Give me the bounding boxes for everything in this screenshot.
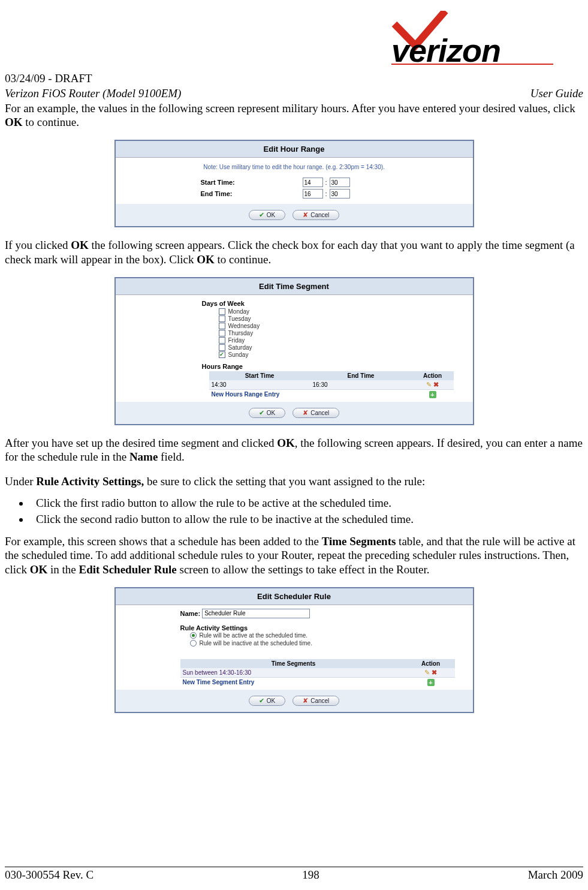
start-min-input[interactable] bbox=[330, 178, 350, 187]
header-doc-type: User Guide bbox=[530, 87, 583, 100]
cancel-button[interactable]: ✘Cancel bbox=[293, 408, 339, 418]
para-5: For example, this screen shows that a sc… bbox=[5, 534, 583, 576]
checkbox-icon bbox=[219, 330, 225, 336]
radio-active[interactable]: Rule will be active at the scheduled tim… bbox=[125, 632, 353, 639]
end-hour-input[interactable] bbox=[303, 189, 323, 199]
dialog-note: Note: Use military time to edit the hour… bbox=[123, 161, 466, 178]
start-hour-input[interactable] bbox=[303, 178, 323, 187]
col-action: Action bbox=[412, 371, 454, 380]
day-checkbox-row[interactable]: Saturday bbox=[219, 344, 463, 351]
ok-button[interactable]: ✔OK bbox=[249, 696, 285, 706]
day-checkbox-row[interactable]: Monday bbox=[219, 308, 463, 315]
svg-text:verizon: verizon bbox=[391, 32, 500, 65]
col-time-segments: Time Segments bbox=[180, 659, 407, 668]
delete-icon[interactable]: ✖ bbox=[432, 669, 437, 676]
day-label: Tuesday bbox=[228, 315, 251, 322]
days-heading: Days of Week bbox=[125, 300, 463, 307]
svg-rect-1 bbox=[391, 64, 553, 65]
add-icon[interactable]: + bbox=[429, 391, 436, 398]
start-time-label: Start Time: bbox=[201, 179, 303, 186]
time-segment-row: Sun between 14:30-16:30 ✎ ✖ bbox=[180, 668, 455, 677]
ok-button[interactable]: ✔OK bbox=[249, 408, 285, 418]
rule-activity-heading: Rule Activity Settings bbox=[125, 624, 463, 632]
name-input[interactable] bbox=[202, 609, 310, 618]
checkbox-icon bbox=[219, 323, 225, 329]
day-label: Thursday bbox=[228, 330, 254, 336]
dialog-title: Edit Time Segment bbox=[116, 278, 473, 295]
dialog-title: Edit Hour Range bbox=[116, 141, 473, 158]
new-time-segment-row[interactable]: New Time Segment Entry + bbox=[180, 677, 455, 687]
radio-icon bbox=[190, 640, 197, 647]
checkbox-icon bbox=[219, 344, 225, 351]
screenshot-edit-time-segment: Edit Time Segment Days of Week MondayTue… bbox=[114, 277, 474, 425]
day-label: Friday bbox=[228, 337, 245, 344]
new-hours-entry-row[interactable]: New Hours Range Entry + bbox=[209, 389, 454, 399]
day-label: Monday bbox=[228, 308, 250, 315]
day-checkbox-row[interactable]: ✔Sunday bbox=[219, 351, 463, 358]
col-start-time: Start Time bbox=[209, 371, 310, 380]
list-item: Click the second radio button to allow t… bbox=[30, 513, 583, 526]
cancel-button[interactable]: ✘Cancel bbox=[293, 210, 339, 220]
check-icon: ✔ bbox=[259, 697, 264, 704]
add-icon[interactable]: + bbox=[427, 679, 435, 686]
checkbox-icon bbox=[219, 308, 225, 315]
radio-inactive[interactable]: Rule will be inactive at the scheduled t… bbox=[125, 639, 353, 647]
edit-icon[interactable]: ✎ bbox=[426, 381, 432, 388]
col-end-time: End Time bbox=[310, 371, 412, 380]
screenshot-edit-hour-range: Edit Hour Range Note: Use military time … bbox=[114, 140, 474, 227]
x-icon: ✘ bbox=[303, 212, 308, 218]
day-checkbox-row[interactable]: Thursday bbox=[219, 330, 463, 336]
edit-icon[interactable]: ✎ bbox=[424, 669, 430, 676]
day-label: Sunday bbox=[228, 351, 249, 358]
para-4: Under Rule Activity Settings, be sure to… bbox=[5, 474, 583, 488]
bullet-list: Click the first radio button to allow th… bbox=[30, 497, 583, 526]
list-item: Click the first radio button to allow th… bbox=[30, 497, 583, 510]
radio-icon bbox=[190, 632, 197, 639]
day-label: Wednesday bbox=[228, 323, 260, 329]
check-icon: ✔ bbox=[259, 212, 264, 218]
check-icon: ✔ bbox=[259, 410, 264, 416]
footer-left: 030-300554 Rev. C bbox=[5, 868, 94, 882]
end-min-input[interactable] bbox=[330, 189, 350, 199]
hours-range-row: 14:30 16:30 ✎ ✖ bbox=[209, 380, 454, 389]
cancel-button[interactable]: ✘Cancel bbox=[293, 696, 339, 706]
screenshot-edit-scheduler-rule: Edit Scheduler Rule Name: Rule Activity … bbox=[114, 587, 474, 713]
day-checkbox-row[interactable]: Wednesday bbox=[219, 323, 463, 329]
para-1: For an example, the values in the follow… bbox=[5, 101, 583, 129]
end-time-label: End Time: bbox=[201, 190, 303, 197]
day-checkbox-row[interactable]: Friday bbox=[219, 337, 463, 344]
name-label: Name: bbox=[180, 610, 201, 617]
header-draft-line: 03/24/09 - DRAFT bbox=[5, 72, 583, 85]
checkbox-icon bbox=[219, 315, 225, 322]
para-3: After you have set up the desired time s… bbox=[5, 436, 583, 464]
para-2: If you clicked OK the following screen a… bbox=[5, 238, 583, 266]
day-label: Saturday bbox=[228, 344, 252, 351]
col-action: Action bbox=[407, 659, 455, 668]
checkbox-icon bbox=[219, 337, 225, 344]
brand-logo: verizon bbox=[5, 6, 583, 67]
hours-heading: Hours Range bbox=[125, 363, 463, 370]
checkbox-icon: ✔ bbox=[219, 351, 225, 358]
footer-center: 198 bbox=[302, 868, 319, 882]
x-icon: ✘ bbox=[303, 697, 308, 704]
header-product: Verizon FiOS Router (Model 9100EM) bbox=[5, 87, 181, 100]
x-icon: ✘ bbox=[303, 410, 308, 416]
delete-icon[interactable]: ✖ bbox=[433, 381, 439, 388]
page-footer: 030-300554 Rev. C 198 March 2009 bbox=[5, 867, 583, 882]
day-checkbox-row[interactable]: Tuesday bbox=[219, 315, 463, 322]
dialog-title: Edit Scheduler Rule bbox=[116, 588, 473, 605]
footer-right: March 2009 bbox=[528, 868, 583, 882]
ok-button[interactable]: ✔OK bbox=[249, 210, 285, 220]
